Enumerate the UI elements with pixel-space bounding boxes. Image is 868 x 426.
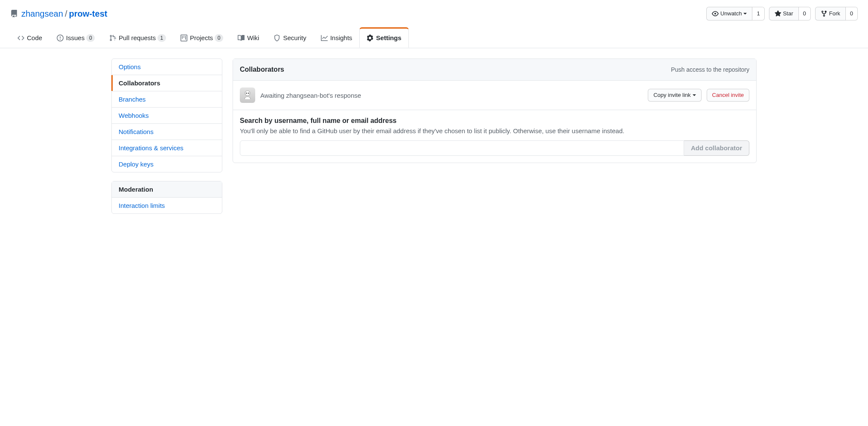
copy-invite-label: Copy invite link	[653, 91, 690, 99]
tab-issues[interactable]: Issues 0	[50, 27, 102, 48]
fork-button[interactable]: Fork	[815, 7, 846, 20]
svg-point-1	[246, 93, 247, 94]
collaborators-panel: Collaborators Push access to the reposit…	[233, 58, 757, 163]
caret-down-icon	[743, 13, 747, 16]
svg-point-0	[245, 91, 250, 96]
fork-group: Fork 0	[815, 7, 858, 20]
sidebar-item-notifications[interactable]: Notifications	[112, 124, 222, 140]
repo-header-container: zhangsean / prow-test Unwatch 1 Star 0	[0, 0, 868, 27]
pulls-count-badge: 1	[157, 34, 166, 42]
tab-projects[interactable]: Projects 0	[173, 27, 230, 48]
caret-down-icon	[693, 94, 696, 98]
tab-pull-requests[interactable]: Pull requests 1	[102, 27, 173, 48]
tab-code-label: Code	[27, 34, 42, 42]
eye-icon	[712, 10, 719, 17]
tab-issues-label: Issues	[66, 34, 84, 42]
pending-invite-row: Awaiting zhangsean-bot's response Copy i…	[233, 81, 756, 110]
star-group: Star 0	[769, 7, 811, 20]
avatar	[240, 88, 255, 103]
tab-insights[interactable]: Insights	[314, 27, 360, 48]
star-button[interactable]: Star	[769, 7, 799, 20]
tab-settings[interactable]: Settings	[359, 27, 408, 48]
tab-security[interactable]: Security	[266, 27, 313, 48]
settings-sidebar: Options Collaborators Branches Webhooks …	[111, 58, 222, 222]
panel-subtitle: Push access to the repository	[671, 66, 749, 73]
panel-title: Collaborators	[240, 66, 284, 73]
watchers-count[interactable]: 1	[752, 7, 764, 20]
main-layout: Options Collaborators Branches Webhooks …	[101, 48, 767, 233]
fork-icon	[821, 10, 827, 17]
tab-security-label: Security	[283, 34, 306, 42]
path-separator: /	[65, 9, 67, 19]
add-collaborator-form: Search by username, full name or email a…	[233, 110, 756, 163]
tab-insights-label: Insights	[330, 34, 352, 42]
sidebar-item-collaborators[interactable]: Collaborators	[112, 75, 222, 91]
search-heading: Search by username, full name or email a…	[240, 117, 749, 125]
sidebar-item-branches[interactable]: Branches	[112, 91, 222, 108]
settings-menu: Options Collaborators Branches Webhooks …	[111, 58, 222, 172]
copy-invite-link-button[interactable]: Copy invite link	[648, 89, 701, 102]
project-icon	[181, 35, 187, 41]
search-input-group: Add collaborator	[240, 140, 749, 156]
repo-header: zhangsean / prow-test Unwatch 1 Star 0	[10, 7, 858, 27]
sidebar-item-integrations[interactable]: Integrations & services	[112, 140, 222, 156]
tab-wiki-label: Wiki	[247, 34, 259, 42]
repo-icon	[10, 10, 18, 18]
moderation-heading: Moderation	[112, 181, 222, 198]
repo-title: zhangsean / prow-test	[10, 9, 107, 19]
stars-count[interactable]: 0	[799, 7, 811, 20]
panel-header: Collaborators Push access to the reposit…	[233, 59, 756, 81]
fork-label: Fork	[829, 9, 840, 18]
svg-point-2	[248, 93, 249, 94]
issues-count-badge: 0	[86, 34, 95, 42]
search-help-text: You'll only be able to find a GitHub use…	[240, 127, 749, 134]
tab-projects-label: Projects	[190, 34, 213, 42]
tab-settings-label: Settings	[376, 34, 401, 42]
projects-count-badge: 0	[215, 34, 223, 42]
unwatch-button[interactable]: Unwatch	[706, 7, 753, 20]
invite-status-text: Awaiting zhangsean-bot's response	[260, 92, 643, 99]
tab-pulls-label: Pull requests	[119, 34, 156, 42]
repo-owner-link[interactable]: zhangsean	[21, 9, 63, 19]
forks-count[interactable]: 0	[846, 7, 858, 20]
sidebar-item-deploy-keys[interactable]: Deploy keys	[112, 156, 222, 172]
pull-request-icon	[109, 35, 116, 41]
watch-group: Unwatch 1	[706, 7, 765, 20]
sidebar-item-interaction-limits[interactable]: Interaction limits	[112, 198, 222, 213]
repo-actions: Unwatch 1 Star 0 Fork 0	[706, 7, 858, 20]
repo-name-link[interactable]: prow-test	[69, 9, 107, 19]
shield-icon	[274, 35, 280, 41]
collaborator-search-input[interactable]	[240, 140, 684, 156]
code-icon	[17, 35, 24, 41]
book-icon	[238, 35, 245, 41]
gear-icon	[367, 35, 373, 41]
cancel-invite-button[interactable]: Cancel invite	[707, 89, 749, 102]
repo-tabs: Code Issues 0 Pull requests 1 Projects 0…	[0, 27, 868, 48]
unwatch-label: Unwatch	[720, 9, 742, 18]
moderation-menu: Moderation Interaction limits	[111, 181, 222, 214]
content-area: Collaborators Push access to the reposit…	[233, 58, 757, 222]
star-label: Star	[783, 9, 793, 18]
star-icon	[775, 10, 781, 17]
graph-icon	[321, 35, 328, 41]
add-collaborator-button[interactable]: Add collaborator	[684, 140, 749, 156]
sidebar-item-options[interactable]: Options	[112, 59, 222, 75]
sidebar-item-webhooks[interactable]: Webhooks	[112, 108, 222, 124]
tab-code[interactable]: Code	[10, 27, 50, 48]
tab-wiki[interactable]: Wiki	[230, 27, 266, 48]
issue-icon	[57, 35, 64, 41]
